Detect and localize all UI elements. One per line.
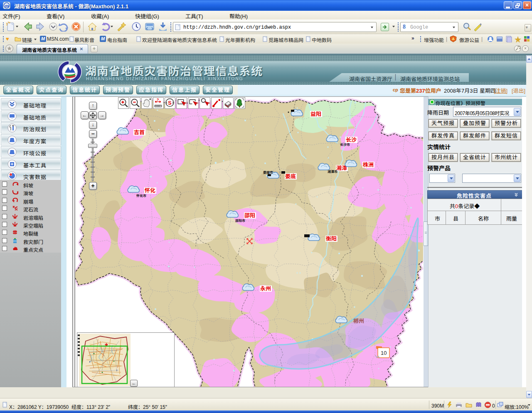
svg-text:邵阳: 邵阳 xyxy=(244,212,255,219)
svg-text:益阳: 益阳 xyxy=(310,111,321,117)
svg-text:湘潭市: 湘潭市 xyxy=(328,170,337,174)
svg-text:长沙市: 长沙市 xyxy=(340,143,350,147)
svg-text:S: S xyxy=(168,100,171,106)
svg-text:10: 10 xyxy=(381,350,387,356)
svg-text:m: m xyxy=(5,3,9,8)
svg-text:?: ? xyxy=(157,98,159,102)
svg-text:郴州: 郴州 xyxy=(353,318,364,324)
svg-text:衡阳: 衡阳 xyxy=(326,236,337,242)
svg-text:株洲: 株洲 xyxy=(363,162,374,168)
svg-text:永州: 永州 xyxy=(260,285,271,292)
svg-text:吉首: 吉首 xyxy=(134,129,145,135)
svg-text:怀化: 怀化 xyxy=(145,187,155,194)
svg-text:娄底市: 娄底市 xyxy=(263,171,273,175)
svg-text:娄底: 娄底 xyxy=(285,173,296,179)
svg-text:长沙: 长沙 xyxy=(346,137,357,143)
svg-text:邵阳市: 邵阳市 xyxy=(235,219,245,223)
svg-text:怀化市: 怀化市 xyxy=(136,194,146,198)
